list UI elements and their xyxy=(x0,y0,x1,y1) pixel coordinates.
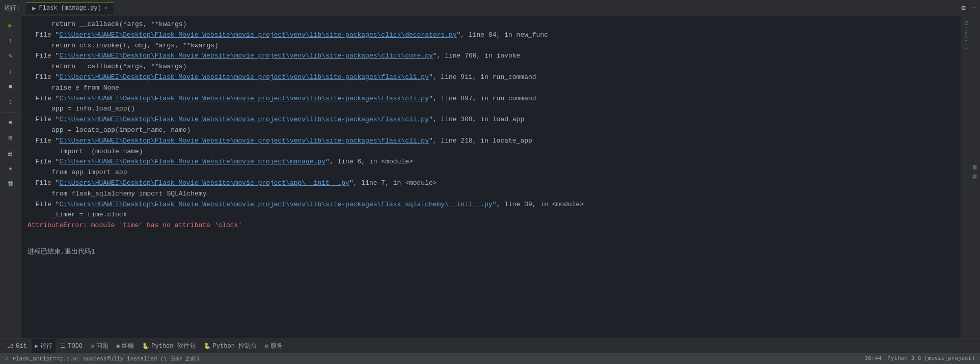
print-button[interactable]: 🖨 xyxy=(4,147,18,159)
terminal-line: app = locate_app(import_name, name) xyxy=(28,125,955,136)
terminal-line: File "C:\Users\HUAWEI\Desktop\Flask_Movi… xyxy=(28,72,955,83)
problems-icon: ⊙ xyxy=(91,343,94,349)
status-right: 38:44 Python 3.8 (movie_project) xyxy=(864,355,975,361)
file-link[interactable]: C:\Users\HUAWEI\Desktop\Flask_Movie_Webs… xyxy=(59,179,349,187)
cursor-position[interactable]: 38:44 xyxy=(864,355,881,361)
right-sidebar: Structure xyxy=(961,16,970,339)
bookmark-edge-label[interactable]: 书签 xyxy=(972,182,978,183)
terminal-icon: ▣ xyxy=(117,343,120,349)
python-packages-tab[interactable]: 🐍 Python 软件包 xyxy=(139,339,198,353)
left-edge: 搜索 书签 xyxy=(970,16,980,339)
terminal-line: _timer = time.clock xyxy=(28,210,955,220)
terminal-line: raise e from None xyxy=(28,83,955,94)
run-button[interactable]: ▶ xyxy=(4,19,18,32)
file-link[interactable]: C:\Users\HUAWEI\Desktop\Flask_Movie_Webs… xyxy=(59,95,429,102)
todo-tab[interactable]: ☰ TODO xyxy=(58,339,86,353)
run-label: 运行: xyxy=(4,4,20,12)
tab-run-icon: ▶ xyxy=(32,5,36,12)
terminal-line: app = info.load_app() xyxy=(28,104,955,115)
terminal-process-end: 进程已结束,退出代码1 xyxy=(28,247,955,258)
status-bar: ✓ Flask_Script==2.0.6: Successfully inst… xyxy=(0,353,980,364)
problems-tab[interactable]: ⊙ 问题 xyxy=(88,339,112,353)
terminal-line: from flask_sqlalchemy import SQLAlchemy xyxy=(28,189,955,200)
terminal-line: return __callback(*args, **kwargs) xyxy=(28,62,955,72)
structure-label[interactable]: Structure xyxy=(963,20,968,50)
top-bar: 运行: ▶ Flask (manage.py) ✕ ⚙ − xyxy=(0,0,980,16)
terminal-line: from app import app xyxy=(28,167,955,178)
python-version[interactable]: Python 3.8 (movie_project) xyxy=(887,355,975,361)
scroll-up-button[interactable]: ↑ xyxy=(4,35,18,47)
git-tab[interactable]: ⎇ Git xyxy=(4,339,30,353)
file-link[interactable]: C:\Users\HUAWEI\Desktop\Flask_Movie_Webs… xyxy=(59,201,492,208)
tab-close-icon[interactable]: ✕ xyxy=(104,5,107,11)
layout-button[interactable]: ⊞ xyxy=(4,132,18,144)
menu-button[interactable]: ≡ xyxy=(4,117,18,129)
scroll-down-button[interactable]: ↓ xyxy=(4,65,18,77)
terminal-line: return __callback(*args, **kwargs) xyxy=(28,19,955,30)
top-right-actions: ⚙ − xyxy=(961,4,976,12)
active-tab[interactable]: ▶ Flask (manage.py) ✕ xyxy=(26,2,114,14)
terminal-empty-line xyxy=(28,231,955,242)
todo-icon: ☰ xyxy=(61,343,66,349)
git-icon: ⎇ xyxy=(7,343,14,349)
git-label: Git xyxy=(16,343,27,350)
terminal-line: File "C:\Users\HUAWEI\Desktop\Flask_Movi… xyxy=(28,115,955,125)
problems-label: 问题 xyxy=(96,342,108,350)
status-message: Flask_Script==2.0.6: Successfully instal… xyxy=(13,355,200,362)
terminal-line: File "C:\Users\HUAWEI\Desktop\Flask_Movi… xyxy=(28,200,955,210)
terminal-line: File "C:\Users\HUAWEI\Desktop\Flask_Movi… xyxy=(28,30,955,41)
todo-label: TODO xyxy=(68,343,83,350)
status-check-icon: ✓ xyxy=(5,355,9,362)
services-tab[interactable]: ⚙ 服务 xyxy=(262,339,286,353)
services-label: 服务 xyxy=(270,342,283,350)
rerun-button[interactable]: ⇕ xyxy=(4,96,18,108)
minimize-icon[interactable]: − xyxy=(972,4,976,12)
stop-button[interactable]: ■ xyxy=(4,80,18,93)
terminal-line: File "C:\Users\HUAWEI\Desktop\Flask_Movi… xyxy=(28,157,955,167)
search-edge-label[interactable]: 搜索 xyxy=(972,173,978,174)
terminal-line: __import__(module_name) xyxy=(28,147,955,157)
tab-label: Flask (manage.py) xyxy=(39,5,101,12)
python-console-label: Python 控制台 xyxy=(213,342,257,350)
run-tab-icon: ▶ xyxy=(35,343,39,349)
file-link[interactable]: C:\Users\HUAWEI\Desktop\Flask_Movie_Webs… xyxy=(59,116,429,123)
file-link[interactable]: C:\Users\HUAWEI\Desktop\Flask_Movie_Webs… xyxy=(59,158,325,165)
terminal-label: 终端 xyxy=(122,342,134,350)
run-tab-label: 运行 xyxy=(40,342,52,350)
terminal-error-line: AttributeError: module 'time' has no att… xyxy=(28,220,955,231)
services-icon: ⚙ xyxy=(265,343,268,349)
file-link[interactable]: C:\Users\HUAWEI\Desktop\Flask_Movie_Webs… xyxy=(59,31,456,39)
file-link[interactable]: C:\Users\HUAWEI\Desktop\Flask_Movie_Webs… xyxy=(59,137,429,145)
terminal-output[interactable]: return __callback(*args, **kwargs) File … xyxy=(21,16,961,339)
terminal-line: return ctx.invoke(f, obj, *args, **kwarg… xyxy=(28,41,955,51)
bookmark-button[interactable]: ★ xyxy=(4,162,18,175)
file-link[interactable]: C:\Users\HUAWEI\Desktop\Flask_Movie_Webs… xyxy=(59,73,429,81)
python-console-tab[interactable]: 🐍 Python 控制台 xyxy=(201,339,260,353)
terminal-line: File "C:\Users\HUAWEI\Desktop\Flask_Movi… xyxy=(28,94,955,104)
status-left: ✓ Flask_Script==2.0.6: Successfully inst… xyxy=(5,355,200,362)
terminal-line: File "C:\Users\HUAWEI\Desktop\Flask_Movi… xyxy=(28,136,955,147)
run-tab[interactable]: ▶ 运行 xyxy=(32,339,56,353)
toolbar-separator xyxy=(2,112,19,113)
settings-icon[interactable]: ⚙ xyxy=(961,4,965,12)
main-layout: ▶ ↑ ✎ ↓ ■ ⇕ ≡ ⊞ 🖨 ★ 🗑 return __callback(… xyxy=(0,16,980,339)
delete-button[interactable]: 🗑 xyxy=(4,178,18,190)
python-packages-icon: 🐍 xyxy=(142,343,149,349)
terminal-tab[interactable]: ▣ 终端 xyxy=(114,339,138,353)
python-packages-label: Python 软件包 xyxy=(151,342,195,350)
left-toolbar: ▶ ↑ ✎ ↓ ■ ⇕ ≡ ⊞ 🖨 ★ 🗑 xyxy=(0,16,21,339)
file-link[interactable]: C:\Users\HUAWEI\Desktop\Flask_Movie_Webs… xyxy=(59,52,432,60)
edit-button[interactable]: ✎ xyxy=(4,50,18,62)
python-console-icon: 🐍 xyxy=(204,343,211,349)
terminal-line: File "C:\Users\HUAWEI\Desktop\Flask_Movi… xyxy=(28,178,955,189)
bottom-tab-bar: ⎇ Git ▶ 运行 ☰ TODO ⊙ 问题 ▣ 终端 🐍 Python 软件包… xyxy=(0,339,980,353)
terminal-line: File "C:\Users\HUAWEI\Desktop\Flask_Movi… xyxy=(28,51,955,62)
